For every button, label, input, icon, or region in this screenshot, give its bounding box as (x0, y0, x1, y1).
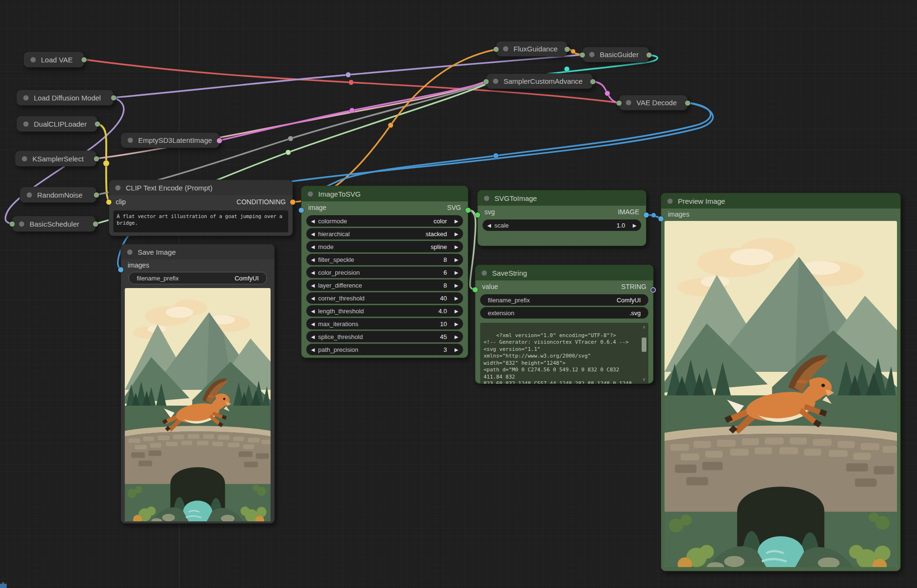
node-empty-sd3-latent[interactable]: EmptySD3LatentImage (121, 132, 220, 148)
image-output-dot[interactable] (644, 212, 649, 218)
images-input-dot[interactable] (658, 216, 664, 221)
widget-max-iterations[interactable]: ◀max_iterations10▶ (306, 318, 463, 329)
collapse-dot[interactable] (484, 196, 489, 201)
scroll-down-icon[interactable]: ∨ (643, 376, 645, 383)
widget-color-precision[interactable]: ◀color_precision6▶ (306, 267, 463, 278)
images-input-dot[interactable] (118, 267, 123, 272)
node-flux-guidance[interactable]: FluxGuidance (496, 41, 567, 57)
collapse-dot[interactable] (23, 95, 29, 100)
collapse-dot[interactable] (308, 191, 313, 197)
prompt-textarea[interactable]: A flat vector art illustration of a goat… (113, 210, 288, 232)
increment-arrow-icon[interactable]: ▶ (454, 219, 458, 224)
scrollbar[interactable]: ∧∨ (641, 324, 647, 383)
svg-source-textarea[interactable]: <?xml version="1.0" encoding="UTF-8"?> <… (480, 323, 648, 384)
model-output-dot[interactable] (111, 95, 116, 100)
collapse-dot[interactable] (503, 46, 508, 51)
conditioning-input-dot[interactable] (494, 47, 499, 52)
node-save-image[interactable]: Save Image images filename_prefixComfyUI (121, 244, 275, 524)
node-header[interactable]: CLIP Text Encode (Prompt) (109, 180, 292, 195)
collapse-dot[interactable] (482, 270, 487, 276)
increment-arrow-icon[interactable]: ▶ (454, 244, 458, 249)
widget-mode[interactable]: ◀modespline▶ (306, 241, 463, 252)
decrement-arrow-icon[interactable]: ◀ (311, 219, 315, 224)
node-ksampler-select[interactable]: KSamplerSelect (15, 150, 97, 167)
decrement-arrow-icon[interactable]: ◀ (311, 270, 315, 275)
node-sampler-custom-advance[interactable]: SamplerCustomAdvance (486, 73, 593, 89)
string-output-dot[interactable] (650, 287, 656, 293)
node-header[interactable]: SVGToImage (478, 190, 646, 206)
latent-output-dot[interactable] (590, 79, 595, 84)
svg-output-dot[interactable] (465, 208, 471, 213)
sigmas-output-dot[interactable] (93, 221, 98, 227)
noise-output-dot[interactable] (94, 192, 99, 198)
collapse-dot[interactable] (115, 185, 121, 190)
collapse-dot[interactable] (127, 249, 132, 255)
decrement-arrow-icon[interactable]: ◀ (311, 283, 315, 288)
increment-arrow-icon[interactable]: ▶ (454, 334, 458, 339)
conditioning-output-dot[interactable] (564, 47, 570, 52)
decode-inputs-dot[interactable] (616, 100, 622, 106)
node-header[interactable]: SaveString (475, 265, 653, 280)
node-save-string[interactable]: SaveString value STRING filename_prefixC… (475, 265, 654, 384)
vae-output-dot[interactable] (81, 57, 87, 62)
increment-arrow-icon[interactable]: ▶ (454, 321, 458, 327)
value-input-dot[interactable] (473, 287, 478, 292)
decrement-arrow-icon[interactable]: ◀ (311, 244, 315, 249)
node-image-to-svg[interactable]: ImageToSVG image SVG ◀colormodecolor▶ ◀h… (301, 186, 468, 358)
widget-filter-speckle[interactable]: ◀filter_speckle8▶ (306, 254, 463, 265)
decrement-arrow-icon[interactable]: ◀ (311, 257, 315, 262)
scroll-up-icon[interactable]: ∧ (643, 324, 645, 331)
decrement-arrow-icon[interactable]: ◀ (311, 347, 315, 352)
clip-input-dot[interactable] (106, 199, 111, 205)
widget-scale[interactable]: ◀scale1.0▶ (483, 219, 641, 231)
widget-path-precision[interactable]: ◀path_precision3▶ (306, 344, 463, 355)
increment-arrow-icon[interactable]: ▶ (454, 296, 458, 301)
sampler-inputs-dot[interactable] (484, 79, 489, 84)
clip-output-dot[interactable] (95, 121, 100, 127)
node-random-noise[interactable]: RandomNoise (20, 187, 97, 203)
node-preview-image[interactable]: Preview Image images (661, 193, 901, 571)
node-load-vae[interactable]: Load VAE (23, 51, 84, 68)
increment-arrow-icon[interactable]: ▶ (633, 223, 636, 228)
image-input-dot[interactable] (299, 208, 304, 213)
node-load-diffusion-model[interactable]: Load Diffusion Model (16, 90, 114, 106)
widget-filename-prefix[interactable]: filename_prefixComfyUI (129, 272, 267, 284)
decrement-arrow-icon[interactable]: ◀ (311, 334, 315, 339)
scrollbar-thumb[interactable] (642, 338, 646, 352)
decrement-arrow-icon[interactable]: ◀ (311, 296, 315, 301)
sampler-output-dot[interactable] (94, 156, 99, 161)
node-svg-to-image[interactable]: SVGToImage svg IMAGE ◀scale1.0▶ (477, 190, 646, 246)
model-input-dot[interactable] (10, 221, 15, 227)
collapse-dot[interactable] (22, 156, 27, 161)
svg-input-dot[interactable] (475, 212, 480, 218)
widget-layer-difference[interactable]: ◀layer_difference8▶ (306, 279, 463, 291)
increment-arrow-icon[interactable]: ▶ (454, 231, 458, 237)
node-header[interactable]: ImageToSVG (302, 186, 468, 201)
widget-hierarchical[interactable]: ◀hierarchicalstacked▶ (306, 228, 463, 239)
node-basic-scheduler[interactable]: BasicScheduler (12, 216, 96, 232)
guider-input-dot[interactable] (580, 52, 585, 58)
collapse-dot[interactable] (27, 192, 32, 198)
widget-extension[interactable]: extension.svg (480, 307, 648, 319)
widget-corner-threshold[interactable]: ◀corner_threshold40▶ (306, 292, 463, 304)
widget-filename-prefix[interactable]: filename_prefixComfyUI (480, 294, 648, 306)
increment-arrow-icon[interactable]: ▶ (454, 347, 458, 352)
increment-arrow-icon[interactable]: ▶ (454, 309, 458, 314)
widget-colormode[interactable]: ◀colormodecolor▶ (306, 215, 463, 227)
conditioning-output-dot[interactable] (290, 199, 295, 205)
increment-arrow-icon[interactable]: ▶ (454, 283, 458, 288)
collapse-dot[interactable] (30, 57, 36, 62)
collapse-dot[interactable] (493, 79, 498, 84)
node-header[interactable]: Save Image (121, 244, 274, 259)
guider-output-dot[interactable] (646, 52, 652, 58)
collapse-dot[interactable] (128, 138, 133, 143)
decrement-arrow-icon[interactable]: ◀ (311, 309, 315, 314)
latent-output-dot[interactable] (217, 138, 222, 143)
increment-arrow-icon[interactable]: ▶ (454, 270, 458, 275)
comfyui-canvas[interactable]: { "canvas": { "footer_letter": "s" }, "c… (0, 0, 917, 588)
image-output-dot[interactable] (685, 100, 690, 106)
decrement-arrow-icon[interactable]: ◀ (487, 223, 491, 228)
collapse-dot[interactable] (667, 199, 673, 204)
node-dual-clip-loader[interactable]: DualCLIPLoader (16, 116, 98, 132)
collapse-dot[interactable] (23, 121, 29, 127)
